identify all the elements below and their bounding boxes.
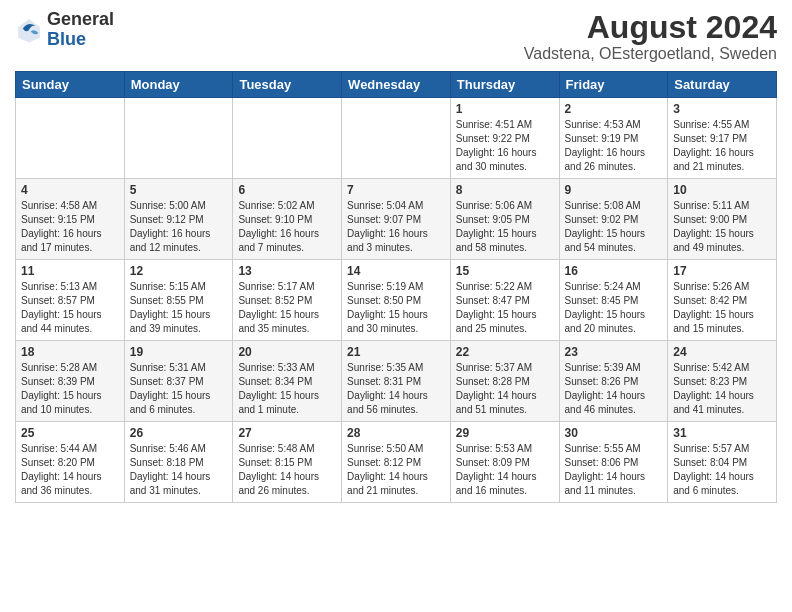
cell-info: Sunrise: 5:13 AM Sunset: 8:57 PM Dayligh…	[21, 280, 119, 336]
calendar-cell: 5Sunrise: 5:00 AM Sunset: 9:12 PM Daylig…	[124, 179, 233, 260]
weekday-header-row: SundayMondayTuesdayWednesdayThursdayFrid…	[16, 72, 777, 98]
cell-day-number: 21	[347, 345, 445, 359]
cell-info: Sunrise: 5:37 AM Sunset: 8:28 PM Dayligh…	[456, 361, 554, 417]
calendar-cell: 22Sunrise: 5:37 AM Sunset: 8:28 PM Dayli…	[450, 341, 559, 422]
calendar-cell: 19Sunrise: 5:31 AM Sunset: 8:37 PM Dayli…	[124, 341, 233, 422]
calendar-cell: 24Sunrise: 5:42 AM Sunset: 8:23 PM Dayli…	[668, 341, 777, 422]
calendar-cell: 16Sunrise: 5:24 AM Sunset: 8:45 PM Dayli…	[559, 260, 668, 341]
cell-day-number: 8	[456, 183, 554, 197]
logo-icon	[15, 16, 43, 44]
cell-info: Sunrise: 5:00 AM Sunset: 9:12 PM Dayligh…	[130, 199, 228, 255]
cell-day-number: 11	[21, 264, 119, 278]
calendar-cell: 12Sunrise: 5:15 AM Sunset: 8:55 PM Dayli…	[124, 260, 233, 341]
cell-info: Sunrise: 5:39 AM Sunset: 8:26 PM Dayligh…	[565, 361, 663, 417]
cell-day-number: 3	[673, 102, 771, 116]
cell-info: Sunrise: 4:53 AM Sunset: 9:19 PM Dayligh…	[565, 118, 663, 174]
cell-day-number: 2	[565, 102, 663, 116]
logo-blue-text: Blue	[47, 29, 86, 49]
cell-info: Sunrise: 5:53 AM Sunset: 8:09 PM Dayligh…	[456, 442, 554, 498]
calendar-cell: 6Sunrise: 5:02 AM Sunset: 9:10 PM Daylig…	[233, 179, 342, 260]
logo-general-text: General	[47, 9, 114, 29]
cell-day-number: 31	[673, 426, 771, 440]
cell-info: Sunrise: 5:15 AM Sunset: 8:55 PM Dayligh…	[130, 280, 228, 336]
cell-info: Sunrise: 5:06 AM Sunset: 9:05 PM Dayligh…	[456, 199, 554, 255]
calendar-cell	[16, 98, 125, 179]
weekday-header-thursday: Thursday	[450, 72, 559, 98]
cell-info: Sunrise: 5:08 AM Sunset: 9:02 PM Dayligh…	[565, 199, 663, 255]
cell-info: Sunrise: 5:46 AM Sunset: 8:18 PM Dayligh…	[130, 442, 228, 498]
weekday-header-sunday: Sunday	[16, 72, 125, 98]
calendar-cell: 26Sunrise: 5:46 AM Sunset: 8:18 PM Dayli…	[124, 422, 233, 503]
cell-day-number: 14	[347, 264, 445, 278]
cell-day-number: 24	[673, 345, 771, 359]
weekday-header-tuesday: Tuesday	[233, 72, 342, 98]
calendar-cell: 25Sunrise: 5:44 AM Sunset: 8:20 PM Dayli…	[16, 422, 125, 503]
cell-info: Sunrise: 5:22 AM Sunset: 8:47 PM Dayligh…	[456, 280, 554, 336]
cell-day-number: 12	[130, 264, 228, 278]
calendar-cell: 10Sunrise: 5:11 AM Sunset: 9:00 PM Dayli…	[668, 179, 777, 260]
svg-marker-0	[18, 19, 40, 42]
cell-day-number: 29	[456, 426, 554, 440]
cell-info: Sunrise: 5:48 AM Sunset: 8:15 PM Dayligh…	[238, 442, 336, 498]
calendar-cell: 13Sunrise: 5:17 AM Sunset: 8:52 PM Dayli…	[233, 260, 342, 341]
calendar-row-0: 1Sunrise: 4:51 AM Sunset: 9:22 PM Daylig…	[16, 98, 777, 179]
calendar-cell	[342, 98, 451, 179]
calendar-cell	[124, 98, 233, 179]
header: General Blue August 2024 Vadstena, OEste…	[15, 10, 777, 63]
cell-info: Sunrise: 4:58 AM Sunset: 9:15 PM Dayligh…	[21, 199, 119, 255]
cell-day-number: 28	[347, 426, 445, 440]
calendar-cell	[233, 98, 342, 179]
calendar-cell: 7Sunrise: 5:04 AM Sunset: 9:07 PM Daylig…	[342, 179, 451, 260]
calendar-cell: 15Sunrise: 5:22 AM Sunset: 8:47 PM Dayli…	[450, 260, 559, 341]
cell-day-number: 25	[21, 426, 119, 440]
weekday-header-saturday: Saturday	[668, 72, 777, 98]
cell-day-number: 23	[565, 345, 663, 359]
cell-info: Sunrise: 4:51 AM Sunset: 9:22 PM Dayligh…	[456, 118, 554, 174]
calendar-title: August 2024	[524, 10, 777, 45]
cell-info: Sunrise: 5:19 AM Sunset: 8:50 PM Dayligh…	[347, 280, 445, 336]
calendar-cell: 4Sunrise: 4:58 AM Sunset: 9:15 PM Daylig…	[16, 179, 125, 260]
calendar-cell: 14Sunrise: 5:19 AM Sunset: 8:50 PM Dayli…	[342, 260, 451, 341]
cell-info: Sunrise: 5:35 AM Sunset: 8:31 PM Dayligh…	[347, 361, 445, 417]
cell-day-number: 10	[673, 183, 771, 197]
cell-info: Sunrise: 5:44 AM Sunset: 8:20 PM Dayligh…	[21, 442, 119, 498]
cell-day-number: 15	[456, 264, 554, 278]
weekday-header-wednesday: Wednesday	[342, 72, 451, 98]
cell-info: Sunrise: 5:57 AM Sunset: 8:04 PM Dayligh…	[673, 442, 771, 498]
cell-day-number: 6	[238, 183, 336, 197]
logo: General Blue	[15, 10, 114, 50]
cell-day-number: 16	[565, 264, 663, 278]
cell-day-number: 30	[565, 426, 663, 440]
calendar-cell: 9Sunrise: 5:08 AM Sunset: 9:02 PM Daylig…	[559, 179, 668, 260]
calendar-cell: 8Sunrise: 5:06 AM Sunset: 9:05 PM Daylig…	[450, 179, 559, 260]
cell-day-number: 22	[456, 345, 554, 359]
calendar-cell: 2Sunrise: 4:53 AM Sunset: 9:19 PM Daylig…	[559, 98, 668, 179]
cell-info: Sunrise: 5:04 AM Sunset: 9:07 PM Dayligh…	[347, 199, 445, 255]
calendar-row-4: 25Sunrise: 5:44 AM Sunset: 8:20 PM Dayli…	[16, 422, 777, 503]
calendar-cell: 21Sunrise: 5:35 AM Sunset: 8:31 PM Dayli…	[342, 341, 451, 422]
cell-info: Sunrise: 5:42 AM Sunset: 8:23 PM Dayligh…	[673, 361, 771, 417]
calendar-subtitle: Vadstena, OEstergoetland, Sweden	[524, 45, 777, 63]
cell-day-number: 20	[238, 345, 336, 359]
calendar-cell: 27Sunrise: 5:48 AM Sunset: 8:15 PM Dayli…	[233, 422, 342, 503]
cell-day-number: 26	[130, 426, 228, 440]
calendar-cell: 20Sunrise: 5:33 AM Sunset: 8:34 PM Dayli…	[233, 341, 342, 422]
calendar-cell: 29Sunrise: 5:53 AM Sunset: 8:09 PM Dayli…	[450, 422, 559, 503]
cell-day-number: 5	[130, 183, 228, 197]
calendar-row-2: 11Sunrise: 5:13 AM Sunset: 8:57 PM Dayli…	[16, 260, 777, 341]
cell-info: Sunrise: 5:17 AM Sunset: 8:52 PM Dayligh…	[238, 280, 336, 336]
cell-info: Sunrise: 5:02 AM Sunset: 9:10 PM Dayligh…	[238, 199, 336, 255]
cell-day-number: 27	[238, 426, 336, 440]
calendar-cell: 23Sunrise: 5:39 AM Sunset: 8:26 PM Dayli…	[559, 341, 668, 422]
calendar-cell: 11Sunrise: 5:13 AM Sunset: 8:57 PM Dayli…	[16, 260, 125, 341]
cell-day-number: 13	[238, 264, 336, 278]
calendar-row-3: 18Sunrise: 5:28 AM Sunset: 8:39 PM Dayli…	[16, 341, 777, 422]
cell-day-number: 9	[565, 183, 663, 197]
cell-info: Sunrise: 5:28 AM Sunset: 8:39 PM Dayligh…	[21, 361, 119, 417]
cell-info: Sunrise: 5:33 AM Sunset: 8:34 PM Dayligh…	[238, 361, 336, 417]
cell-day-number: 1	[456, 102, 554, 116]
cell-day-number: 7	[347, 183, 445, 197]
cell-info: Sunrise: 5:24 AM Sunset: 8:45 PM Dayligh…	[565, 280, 663, 336]
cell-day-number: 4	[21, 183, 119, 197]
calendar-table: SundayMondayTuesdayWednesdayThursdayFrid…	[15, 71, 777, 503]
